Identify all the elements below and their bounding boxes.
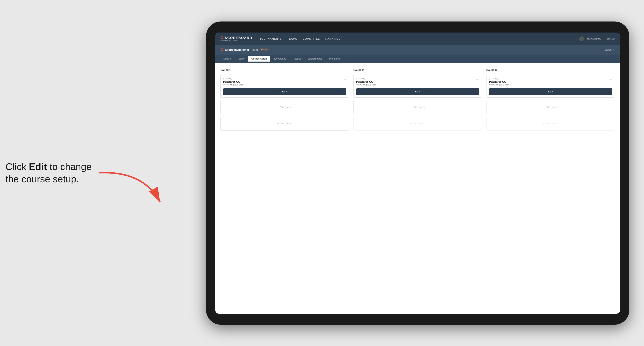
logo-subtitle: Powered by clippd [220,40,252,42]
arrow-indicator [88,169,166,209]
nav-links: TOURNAMENTS TEAMS COMMITTEE RANKINGS [260,36,579,42]
plus-icon-3: + [410,105,412,109]
round-1-course-details: Yellow (M) (6629 yds) [223,84,343,86]
tab-teams[interactable]: Teams [234,56,248,62]
round-3-course-card: (Course A) Peachtree GC Yellow (M) (6629… [486,75,615,98]
tab-course-setup[interactable]: Course Setup [248,56,270,62]
logo-area: C SCOREBOARD Powered by clippd [220,36,252,42]
avatar [579,36,584,41]
round-3-title: Round 3 [486,69,615,71]
round-3-course-card-header: (Course A) Peachtree GC Yellow (M) (6629… [489,78,612,88]
tab-details[interactable]: Details [220,56,234,62]
nav-teams[interactable]: TEAMS [287,36,297,42]
sign-out-link[interactable]: Sign out [607,37,615,40]
plus-icon-4: + [410,122,412,125]
close-icon: ✕ [613,48,615,51]
round-2-add-label-1: Add Course [413,106,426,108]
round-3-add-label-1: Add Course [546,106,558,108]
nav-right: blair@clippd.io | Sign out [579,36,615,41]
tournament-gender: (Men) [250,48,258,51]
tab-tee-groups[interactable]: Tee Groups [271,56,289,62]
instruction-bold: Edit [29,161,47,172]
clippd-logo-icon: C [220,48,223,52]
round-2-delete-icon[interactable]: ⋯ [476,78,479,81]
round-2-column: Round 2 (Course A) Peachtree GC Yellow (… [354,69,482,131]
round-3-course-name: Peachtree GC [489,80,609,83]
plus-icon-5: + [543,105,545,109]
main-content: Round 1 (Course A) Peachtree GC Yellow (… [215,63,620,314]
round-2-title: Round 2 [354,69,482,71]
tab-results[interactable]: Results [290,56,304,62]
tab-leaderboards[interactable]: Leaderboards [305,56,325,62]
round-3-add-label-2: Add Course [546,122,558,125]
logo-title: C SCOREBOARD [220,36,252,40]
nav-committee[interactable]: COMMITTEE [303,36,320,42]
tablet-device: C SCOREBOARD Powered by clippd TOURNAMEN… [206,21,629,325]
round-3-column: Round 3 (Course A) Peachtree GC Yellow (… [486,69,615,131]
round-1-column: Round 1 (Course A) Peachtree GC Yellow (… [220,69,349,131]
course-card-header: (Course A) Peachtree GC Yellow (M) (6629… [223,78,346,88]
round-3-course-details: Yellow (M) (6629 yds) [489,84,609,86]
round-2-course-label: (Course A) [356,78,476,80]
round-1-add-label-1: Add Course [280,106,292,108]
plus-icon-6: + [543,122,545,125]
tab-bar: Details Teams Course Setup Tee Groups Re… [215,55,620,63]
round-2-course-details: Yellow (M) (6629 yds) [356,84,476,86]
round-3-delete-icon[interactable]: ⋯ [609,78,612,81]
sub-header: C Clippd Invitational (Men) Hosting Canc… [215,45,620,55]
round-2-add-course-1[interactable]: + Add Course [354,100,482,114]
rounds-grid: Round 1 (Course A) Peachtree GC Yellow (… [220,69,615,131]
nav-separator: | [604,37,604,40]
round-2-add-label-2: Add Course [413,122,426,125]
round-3-course-card-info: (Course A) Peachtree GC Yellow (M) (6629… [489,78,609,88]
round-1-course-card: (Course A) Peachtree GC Yellow (M) (6629… [220,75,349,98]
round-1-add-course-1[interactable]: + Add Course [220,100,349,114]
nav-tournaments[interactable]: TOURNAMENTS [260,36,282,42]
plus-icon-2: + [277,122,278,125]
course-card-info: (Course A) Peachtree GC Yellow (M) (6629… [223,78,343,88]
round-1-course-label: (Course A) [223,78,343,80]
tablet-screen: C SCOREBOARD Powered by clippd TOURNAMEN… [215,32,620,314]
round-3-course-label: (Course A) [489,78,609,80]
hosting-badge: Hosting [260,48,269,51]
round-3-add-course-1[interactable]: + Add Course [486,100,615,114]
round-1-edit-button[interactable]: Edit [223,88,346,95]
user-email: blair@clippd.io [586,37,601,40]
round-2-course-card-info: (Course A) Peachtree GC Yellow (M) (6629… [356,78,476,88]
round-2-course-name: Peachtree GC [356,80,476,83]
round-3-edit-button[interactable]: Edit [489,88,612,95]
navbar: C SCOREBOARD Powered by clippd TOURNAMEN… [215,32,620,45]
round-2-course-card-header: (Course A) Peachtree GC Yellow (M) (6629… [356,78,479,88]
round-2-course-card: (Course A) Peachtree GC Yellow (M) (6629… [354,75,482,98]
round-2-edit-button[interactable]: Edit [356,88,479,95]
cancel-button[interactable]: Cancel ✕ [604,48,615,51]
round-1-add-course-2[interactable]: + Add Course [220,117,349,131]
logo-c-icon: C [220,36,224,40]
tournament-title: Clippd Invitational [225,48,249,51]
round-1-delete-icon[interactable]: ⋯ [343,78,346,81]
nav-rankings[interactable]: RANKINGS [325,36,340,42]
round-2-add-course-2: + Add Course [354,117,482,131]
tab-printables[interactable]: Printables [326,56,343,62]
round-3-add-course-2: + Add Course [486,117,615,131]
tournament-name: C Clippd Invitational (Men) Hosting [220,48,604,52]
round-1-course-name: Peachtree GC [223,80,343,83]
round-1-title: Round 1 [220,69,349,71]
instruction-prefix: Click [6,161,29,172]
plus-icon-1: + [277,105,278,109]
round-1-add-label-2: Add Course [280,122,292,125]
